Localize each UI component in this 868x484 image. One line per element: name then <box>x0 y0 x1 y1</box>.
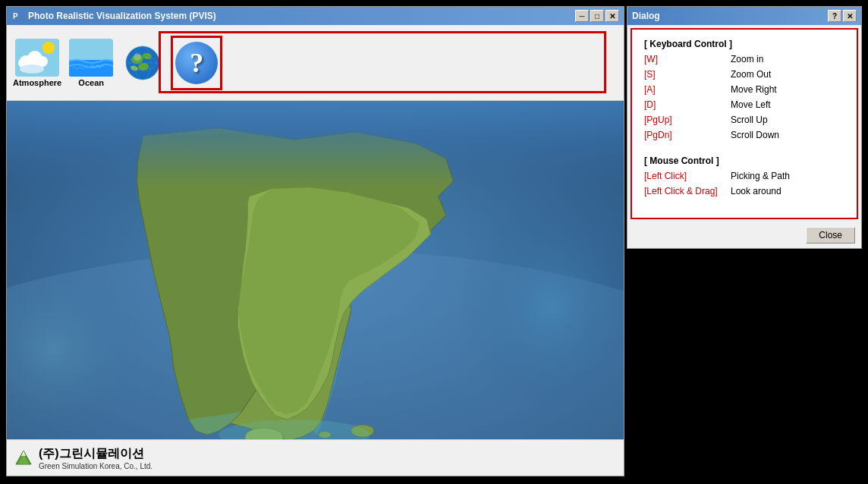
toolbar: Atmosphere 〰 〰 Ocean <box>7 25 624 101</box>
mouse-drag-label: [Left Click & Drag] <box>644 186 728 196</box>
main-window-title-group: P Photo Realistic Visualization System (… <box>11 10 216 22</box>
svg-text:P: P <box>13 12 18 20</box>
globe-button[interactable] <box>119 42 166 83</box>
key-a-desc: Move Right <box>731 84 777 95</box>
main-window-title: Photo Realistic Visualization System (PV… <box>28 11 216 21</box>
mouse-click-row: [Left Click] Picking & Path <box>644 171 844 181</box>
dialog-window: Dialog ? ✕ [ Keyboard Control ] [W] Zoom… <box>627 6 862 249</box>
svg-point-7 <box>37 56 48 67</box>
svg-point-22 <box>134 53 141 61</box>
key-w-row: [W] Zoom in <box>644 54 844 64</box>
dialog-close-button[interactable]: ✕ <box>843 10 857 22</box>
svg-text:〰: 〰 <box>90 60 104 75</box>
globe-icon <box>121 44 165 82</box>
dialog-controls: ? ✕ <box>828 10 857 22</box>
mouse-drag-row: [Left Click & Drag] Look around <box>644 186 844 196</box>
atmosphere-icon <box>15 39 59 77</box>
key-d-label: [D] <box>644 99 728 110</box>
dialog-footer: Close <box>627 222 861 248</box>
dialog-help-button[interactable]: ? <box>828 10 841 22</box>
korea-map-svg <box>7 101 624 439</box>
key-pgup-row: [PgUp] Scroll Up <box>644 115 844 125</box>
company-logo-icon <box>13 448 34 469</box>
pvis-icon: P <box>11 10 24 22</box>
svg-rect-30 <box>385 174 624 439</box>
svg-point-3 <box>42 42 55 54</box>
map-area <box>7 101 624 439</box>
mouse-control-title: [ Mouse Control ] <box>644 156 844 166</box>
key-a-row: [A] Move Right <box>644 84 844 95</box>
footer: (주)그린시뮬레이션 Green Simulation Korea, Co., … <box>7 439 624 476</box>
key-d-desc: Move Left <box>731 99 771 110</box>
atmosphere-label: Atmosphere <box>13 78 61 87</box>
key-w-desc: Zoom in <box>731 54 763 64</box>
mouse-drag-desc: Look around <box>731 186 782 196</box>
key-s-label: [S] <box>644 69 728 80</box>
mouse-click-label: [Left Click] <box>644 171 728 181</box>
key-a-label: [A] <box>644 84 728 95</box>
ocean-icon: 〰 〰 <box>69 39 113 77</box>
main-window: P Photo Realistic Visualization System (… <box>6 6 624 476</box>
key-s-desc: Zoom Out <box>731 69 771 80</box>
close-dialog-button[interactable]: Close <box>806 227 855 244</box>
atmosphere-button[interactable]: Atmosphere <box>11 37 63 89</box>
company-name: (주)그린시뮬레이션 Green Simulation Korea, Co., … <box>39 446 153 470</box>
key-pgup-desc: Scroll Up <box>731 115 768 125</box>
dialog-titlebar: Dialog ? ✕ <box>627 7 861 25</box>
help-button[interactable]: ? <box>171 36 222 90</box>
key-pgdn-desc: Scroll Down <box>731 130 779 140</box>
svg-point-8 <box>20 64 44 74</box>
key-s-row: [S] Zoom Out <box>644 69 844 80</box>
main-window-controls: ─ □ ✕ <box>575 10 619 22</box>
spacer <box>644 145 844 151</box>
key-pgup-label: [PgUp] <box>644 115 728 125</box>
company-korean: (주)그린시뮬레이션 <box>39 446 153 462</box>
company-english: Green Simulation Korea, Co., Ltd. <box>39 462 153 470</box>
mouse-click-desc: Picking & Path <box>731 171 790 181</box>
maximize-button[interactable]: □ <box>590 10 604 22</box>
key-w-label: [W] <box>644 54 728 64</box>
dialog-title: Dialog <box>632 11 660 21</box>
help-icon: ? <box>175 42 218 84</box>
svg-text:〰: 〰 <box>73 61 86 77</box>
dialog-content: [ Keyboard Control ] [W] Zoom in [S] Zoo… <box>631 28 858 219</box>
close-main-button[interactable]: ✕ <box>605 10 619 22</box>
map-background <box>7 101 624 439</box>
minimize-button[interactable]: ─ <box>575 10 589 22</box>
key-d-row: [D] Move Left <box>644 99 844 110</box>
key-pgdn-row: [PgDn] Scroll Down <box>644 130 844 140</box>
ocean-label: Ocean <box>78 78 104 87</box>
ocean-button[interactable]: 〰 〰 Ocean <box>68 37 115 89</box>
toolbar-highlight-box <box>159 31 606 93</box>
main-titlebar: P Photo Realistic Visualization System (… <box>7 7 624 25</box>
keyboard-control-title: [ Keyboard Control ] <box>644 39 844 49</box>
svg-rect-32 <box>7 101 624 189</box>
key-pgdn-label: [PgDn] <box>644 130 728 140</box>
svg-rect-31 <box>7 212 234 439</box>
